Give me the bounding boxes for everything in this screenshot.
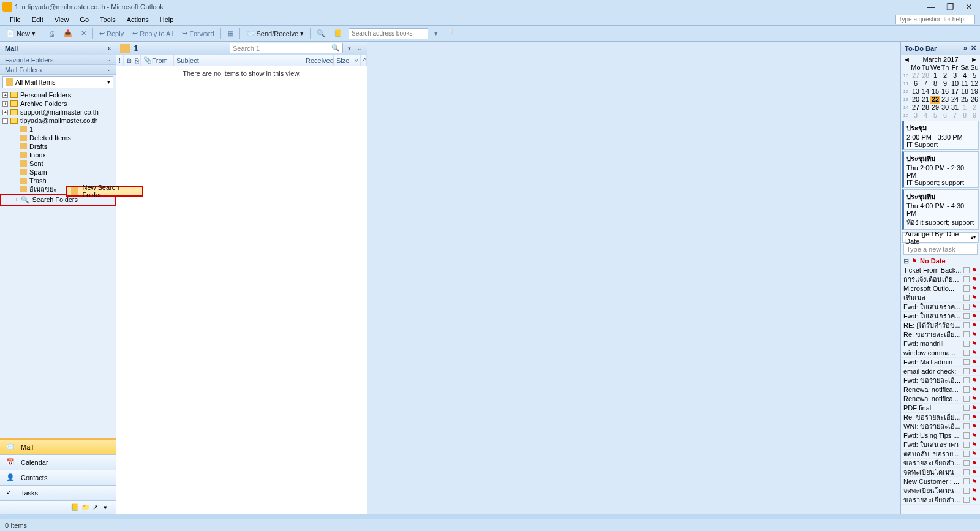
task-row[interactable]: จดทะเบียนโดเมน...⚑ — [901, 468, 980, 477]
calendar-day[interactable]: 29 — [930, 104, 940, 111]
mail-folders-header[interactable]: Mail Folders⌄ — [0, 65, 116, 75]
task-group-nodate[interactable]: ⊟⚑No Date — [901, 256, 980, 266]
calendar-day[interactable]: 30 — [940, 104, 950, 111]
menu-file[interactable]: File — [5, 15, 26, 24]
col-scroll[interactable]: ^ — [361, 55, 367, 66]
col-size[interactable]: Size — [334, 55, 352, 66]
tree-deleted-items[interactable]: Deleted Items — [0, 134, 116, 142]
calendar-day[interactable]: 15 — [930, 88, 940, 96]
calendar-day[interactable]: 28 — [921, 72, 930, 80]
task-row[interactable]: Renewal notifica...⚑ — [901, 394, 980, 404]
search-dropdown[interactable]: ▾ — [347, 45, 352, 51]
shortcuts-icon[interactable]: ↗ — [92, 503, 101, 512]
appointment[interactable]: ประชุม2:00 PM - 3:30 PMIT Support — [902, 121, 979, 150]
calendar-day[interactable]: 7 — [921, 80, 930, 88]
reply-all-button[interactable]: ↩Reply to All — [130, 29, 176, 38]
calendar-day[interactable]: 3 — [911, 111, 921, 119]
minimize-button[interactable]: — — [927, 2, 935, 12]
menu-help[interactable]: Help — [155, 15, 179, 24]
calendar-day[interactable]: 7 — [950, 111, 960, 119]
calendar-day[interactable]: 8 — [930, 80, 940, 88]
toolbar-dd[interactable]: ▾ — [432, 29, 440, 38]
calendar-day[interactable]: 26 — [970, 96, 979, 104]
nav-collapse-icon[interactable]: « — [107, 45, 111, 51]
help-icon[interactable]: ❔ — [444, 29, 458, 38]
tree-personal-folders[interactable]: +Personal Folders — [0, 91, 116, 99]
calendar-day[interactable]: 19 — [970, 88, 979, 96]
search-expand[interactable]: ⌄ — [356, 45, 363, 51]
appointment[interactable]: ประชุมทีมThu 2:00 PM - 2:30 PMIT Support… — [902, 151, 979, 188]
categorize-button[interactable]: ▦ — [225, 29, 236, 38]
todo-collapse-icon[interactable]: » — [963, 44, 967, 52]
new-button[interactable]: 📄New ▾ — [4, 29, 38, 38]
search-box[interactable]: Search 1🔍 — [230, 43, 343, 53]
navbtn-mail[interactable]: ✉️Mail — [0, 440, 116, 455]
todo-close-icon[interactable]: ✕ — [971, 44, 976, 52]
task-row[interactable]: การแจ้งเตือนเกี่ยวก...⚑ — [901, 275, 980, 284]
menu-actions[interactable]: Actions — [122, 15, 154, 24]
cal-next[interactable]: ► — [971, 56, 978, 63]
calendar-day[interactable]: 5 — [930, 111, 940, 119]
calendar-day[interactable]: 2 — [970, 104, 979, 111]
calendar-day[interactable]: 6 — [940, 111, 950, 119]
close-button[interactable]: ✕ — [965, 2, 973, 12]
calendar-day[interactable]: 2 — [940, 72, 950, 80]
col-attachment[interactable]: 📎 — [141, 55, 149, 66]
task-row[interactable]: window comma...⚑ — [901, 348, 980, 358]
calendar-day[interactable]: 24 — [950, 96, 960, 104]
arranged-by[interactable]: Arranged By: Due Date▴▾ — [902, 232, 979, 243]
navbtn-contacts[interactable]: 👤Contacts — [0, 470, 116, 486]
col-importance[interactable]: ! — [116, 55, 124, 66]
calendar-day[interactable]: 1 — [930, 72, 940, 80]
folders-icon[interactable]: 📁 — [81, 503, 90, 512]
calendar-day[interactable]: 4 — [960, 72, 970, 80]
task-row[interactable]: Fwd: Mail admin⚑ — [901, 358, 980, 367]
calendar-day[interactable]: 25 — [960, 96, 970, 104]
tree-drafts[interactable]: Drafts — [0, 142, 116, 151]
col-subject[interactable]: Subject — [174, 55, 303, 66]
context-menu-new-search-folder[interactable]: New Search Folder... — [66, 186, 143, 197]
notes-icon[interactable]: 📒 — [70, 503, 79, 512]
calendar-day[interactable]: 6 — [911, 80, 921, 88]
new-task-input[interactable]: Type a new task — [903, 244, 978, 255]
task-row[interactable]: Renewal notifica...⚑ — [901, 385, 980, 394]
col-received[interactable]: Received — [303, 55, 334, 66]
col-flag[interactable]: ▿ — [352, 55, 361, 66]
configure-icon[interactable]: ▾ — [104, 503, 112, 512]
menu-go[interactable]: Go — [75, 15, 94, 24]
calendar-day[interactable]: 1 — [960, 104, 970, 111]
calendar-day[interactable]: 31 — [950, 104, 960, 111]
addressbook-button[interactable]: 📒 — [331, 29, 345, 38]
calendar-day[interactable]: 4 — [921, 111, 930, 119]
calendar-day[interactable]: 27 — [911, 72, 921, 80]
col-from[interactable]: From — [149, 55, 174, 66]
calendar-day[interactable]: 22 — [930, 96, 940, 104]
calendar-day[interactable]: 14 — [921, 88, 930, 96]
print-button[interactable]: 🖨 — [46, 29, 58, 38]
tree-support-account[interactable]: +support@mailmaster.co.th — [0, 108, 116, 116]
maximize-button[interactable]: ❐ — [946, 2, 954, 12]
task-row[interactable]: Re: ขอรายละเอียด...⚑ — [901, 330, 980, 339]
menu-edit[interactable]: Edit — [27, 15, 48, 24]
tree-archive-folders[interactable]: +Archive Folders — [0, 99, 116, 108]
calendar-day[interactable]: 9 — [970, 111, 979, 119]
col-icon[interactable]: ⎘ — [132, 55, 141, 66]
calendar-day[interactable]: 23 — [940, 96, 950, 104]
tree-tipyada-account[interactable]: −tipyada@mailmaster.co.th — [0, 116, 116, 125]
task-row[interactable]: ขอรายละเอียดสำห...⚑ — [901, 495, 980, 505]
help-search-input[interactable] — [895, 15, 975, 24]
calendar-day[interactable]: 5 — [970, 72, 979, 80]
navbtn-tasks[interactable]: ✓Tasks — [0, 486, 116, 501]
tree-folder-1[interactable]: 1 — [0, 125, 116, 134]
delete-button[interactable]: ✕ — [78, 29, 89, 38]
calendar-day[interactable]: 16 — [940, 88, 950, 96]
all-mail-items-dropdown[interactable]: All Mail Items▾ — [2, 76, 113, 88]
move-button[interactable]: 📥 — [61, 29, 75, 38]
calendar-day[interactable]: 11 — [960, 80, 970, 88]
calendar-day[interactable]: 28 — [921, 104, 930, 111]
task-row[interactable]: Fwd: ขอรายละเอี...⚑ — [901, 376, 980, 385]
appointment[interactable]: ประชุมทีมThu 4:00 PM - 4:30 PMห้อง it su… — [902, 189, 979, 230]
task-row[interactable]: WNI: ขอรายละเอี...⚑ — [901, 422, 980, 431]
calendar-day[interactable]: 8 — [960, 111, 970, 119]
calendar-day[interactable]: 18 — [960, 88, 970, 96]
